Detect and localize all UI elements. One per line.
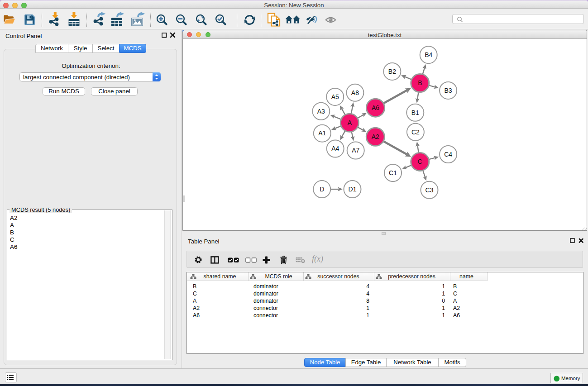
svg-text:C2: C2 [411,129,420,136]
svg-text:B2: B2 [388,68,396,75]
svg-text:B: B [418,79,422,86]
svg-text:A6: A6 [372,104,379,111]
svg-text:A5: A5 [331,93,339,100]
svg-text:B3: B3 [445,87,452,94]
svg-text:B4: B4 [425,51,432,58]
svg-text:C3: C3 [425,186,434,194]
svg-text:A7: A7 [352,147,359,154]
svg-text:A8: A8 [351,89,359,96]
svg-text:A4: A4 [331,145,339,152]
svg-text:B1: B1 [411,109,419,116]
svg-text:A: A [348,119,352,126]
svg-text:C1: C1 [389,169,397,176]
svg-text:A2: A2 [372,133,379,140]
svg-text:C4: C4 [444,151,452,158]
svg-text:A3: A3 [317,108,325,115]
svg-text:D: D [320,186,324,193]
svg-text:D1: D1 [349,186,357,193]
svg-text:A1: A1 [318,129,326,137]
svg-text:C: C [418,158,422,165]
